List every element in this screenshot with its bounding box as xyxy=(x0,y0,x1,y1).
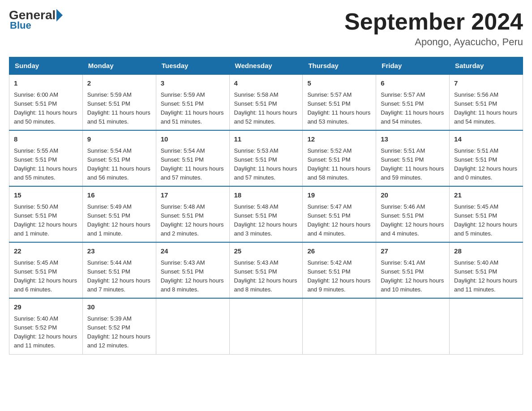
daylight-label: Daylight: 12 hours hours xyxy=(234,277,297,284)
day-info: Sunrise: 5:57 AM Sunset: 5:51 PM Dayligh… xyxy=(307,90,371,127)
calendar-cell: 10 Sunrise: 5:54 AM Sunset: 5:51 PM Dayl… xyxy=(156,130,229,186)
day-info: Sunrise: 5:43 AM Sunset: 5:51 PM Dayligh… xyxy=(161,258,225,295)
daylight-continued: and 6 minutes. xyxy=(14,286,52,293)
sunrise-label: Sunrise: 5:45 AM xyxy=(454,203,498,210)
daylight-label: Daylight: 11 hours hours xyxy=(14,165,77,172)
calendar-cell: 19 Sunrise: 5:47 AM Sunset: 5:51 PM Dayl… xyxy=(303,186,376,242)
sunrise-label: Sunrise: 5:43 AM xyxy=(161,259,205,266)
sunset-label: Sunset: 5:51 PM xyxy=(454,212,497,219)
day-info: Sunrise: 5:51 AM Sunset: 5:51 PM Dayligh… xyxy=(381,146,445,183)
calendar-cell: 23 Sunrise: 5:44 AM Sunset: 5:51 PM Dayl… xyxy=(82,242,156,298)
sunset-label: Sunset: 5:51 PM xyxy=(454,268,497,275)
day-info: Sunrise: 5:45 AM Sunset: 5:51 PM Dayligh… xyxy=(14,258,78,295)
sunset-label: Sunset: 5:51 PM xyxy=(14,268,57,275)
daylight-continued: and 11 minutes. xyxy=(454,286,496,293)
calendar-week-row-4: 22 Sunrise: 5:45 AM Sunset: 5:51 PM Dayl… xyxy=(9,242,523,298)
day-number: 12 xyxy=(307,134,371,145)
daylight-label: Daylight: 11 hours hours xyxy=(234,165,297,172)
day-info: Sunrise: 5:59 AM Sunset: 5:51 PM Dayligh… xyxy=(161,90,225,127)
day-info: Sunrise: 5:51 AM Sunset: 5:51 PM Dayligh… xyxy=(454,146,518,183)
sunset-label: Sunset: 5:51 PM xyxy=(234,156,277,163)
month-year-title: September 2024 xyxy=(344,9,523,34)
sunrise-label: Sunrise: 5:52 AM xyxy=(307,147,352,154)
sunset-label: Sunset: 5:51 PM xyxy=(87,156,130,163)
day-number: 3 xyxy=(161,78,225,89)
daylight-continued: and 2 minutes. xyxy=(161,230,199,237)
calendar-cell: 15 Sunrise: 5:50 AM Sunset: 5:51 PM Dayl… xyxy=(9,186,83,242)
daylight-label: Daylight: 12 hours hours xyxy=(161,277,224,284)
day-number: 8 xyxy=(14,134,78,145)
daylight-continued: and 57 minutes. xyxy=(234,174,276,181)
sunset-label: Sunset: 5:52 PM xyxy=(14,324,57,331)
day-info: Sunrise: 5:55 AM Sunset: 5:51 PM Dayligh… xyxy=(14,146,78,183)
calendar-week-row-5: 29 Sunrise: 5:40 AM Sunset: 5:52 PM Dayl… xyxy=(9,298,523,354)
daylight-label: Daylight: 12 hours hours xyxy=(14,221,77,228)
sunrise-label: Sunrise: 5:58 AM xyxy=(234,91,279,98)
day-info: Sunrise: 5:48 AM Sunset: 5:51 PM Dayligh… xyxy=(234,202,298,239)
calendar-cell: 22 Sunrise: 5:45 AM Sunset: 5:51 PM Dayl… xyxy=(9,242,83,298)
sunrise-label: Sunrise: 5:49 AM xyxy=(87,203,132,210)
sunset-label: Sunset: 5:51 PM xyxy=(454,100,497,107)
daylight-label: Daylight: 11 hours hours xyxy=(87,109,150,116)
daylight-label: Daylight: 12 hours hours xyxy=(14,333,77,340)
sunrise-label: Sunrise: 5:48 AM xyxy=(234,203,279,210)
daylight-continued: and 53 minutes. xyxy=(307,118,349,125)
calendar-cell: 26 Sunrise: 5:42 AM Sunset: 5:51 PM Dayl… xyxy=(303,242,376,298)
day-number: 7 xyxy=(454,78,518,89)
day-number: 24 xyxy=(161,246,225,257)
daylight-continued: and 10 minutes. xyxy=(381,286,422,293)
daylight-label: Daylight: 12 hours hours xyxy=(381,277,444,284)
daylight-continued: and 54 minutes. xyxy=(454,118,496,125)
calendar-cell: 21 Sunrise: 5:45 AM Sunset: 5:51 PM Dayl… xyxy=(450,186,523,242)
daylight-label: Daylight: 11 hours hours xyxy=(381,165,444,172)
daylight-continued: and 8 minutes. xyxy=(161,286,199,293)
day-number: 10 xyxy=(161,134,225,145)
sunset-label: Sunset: 5:51 PM xyxy=(14,212,57,219)
calendar-cell: 3 Sunrise: 5:59 AM Sunset: 5:51 PM Dayli… xyxy=(156,74,229,130)
sunset-label: Sunset: 5:51 PM xyxy=(14,156,57,163)
day-info: Sunrise: 5:39 AM Sunset: 5:52 PM Dayligh… xyxy=(87,314,151,351)
calendar-cell: 11 Sunrise: 5:53 AM Sunset: 5:51 PM Dayl… xyxy=(229,130,303,186)
day-number: 22 xyxy=(14,246,78,257)
sunrise-label: Sunrise: 5:47 AM xyxy=(307,203,352,210)
sunrise-label: Sunrise: 5:56 AM xyxy=(454,91,498,98)
sunset-label: Sunset: 5:51 PM xyxy=(161,100,204,107)
day-number: 25 xyxy=(234,246,298,257)
col-friday: Friday xyxy=(376,57,450,75)
daylight-label: Daylight: 11 hours hours xyxy=(454,109,517,116)
daylight-continued: and 11 minutes. xyxy=(14,342,56,349)
day-number: 27 xyxy=(381,246,445,257)
daylight-label: Daylight: 12 hours hours xyxy=(87,277,150,284)
title-section: September 2024 Apongo, Ayacucho, Peru xyxy=(344,9,523,48)
day-info: Sunrise: 5:43 AM Sunset: 5:51 PM Dayligh… xyxy=(234,258,298,295)
day-info: Sunrise: 5:46 AM Sunset: 5:51 PM Dayligh… xyxy=(381,202,445,239)
calendar-week-row-1: 1 Sunrise: 6:00 AM Sunset: 5:51 PM Dayli… xyxy=(9,74,523,130)
sunrise-label: Sunrise: 5:59 AM xyxy=(161,91,205,98)
sunset-label: Sunset: 5:52 PM xyxy=(87,324,130,331)
sunset-label: Sunset: 5:51 PM xyxy=(161,212,204,219)
daylight-continued: and 1 minute. xyxy=(87,230,123,237)
col-tuesday: Tuesday xyxy=(156,57,229,75)
calendar-cell xyxy=(376,298,450,354)
calendar-cell: 29 Sunrise: 5:40 AM Sunset: 5:52 PM Dayl… xyxy=(9,298,83,354)
day-info: Sunrise: 5:50 AM Sunset: 5:51 PM Dayligh… xyxy=(14,202,78,239)
daylight-continued: and 8 minutes. xyxy=(234,286,272,293)
calendar-cell xyxy=(450,298,523,354)
day-info: Sunrise: 5:40 AM Sunset: 5:52 PM Dayligh… xyxy=(14,314,78,351)
day-info: Sunrise: 5:57 AM Sunset: 5:51 PM Dayligh… xyxy=(381,90,445,127)
sunrise-label: Sunrise: 5:57 AM xyxy=(307,91,352,98)
sunset-label: Sunset: 5:51 PM xyxy=(381,212,424,219)
col-monday: Monday xyxy=(82,57,156,75)
day-info: Sunrise: 5:53 AM Sunset: 5:51 PM Dayligh… xyxy=(234,146,298,183)
sunset-label: Sunset: 5:51 PM xyxy=(381,100,424,107)
sunrise-label: Sunrise: 5:40 AM xyxy=(454,259,498,266)
sunrise-label: Sunrise: 5:39 AM xyxy=(87,315,132,322)
sunrise-label: Sunrise: 6:00 AM xyxy=(14,91,58,98)
daylight-label: Daylight: 12 hours hours xyxy=(381,221,444,228)
col-saturday: Saturday xyxy=(450,57,523,75)
calendar-cell: 16 Sunrise: 5:49 AM Sunset: 5:51 PM Dayl… xyxy=(82,186,156,242)
day-info: Sunrise: 5:49 AM Sunset: 5:51 PM Dayligh… xyxy=(87,202,151,239)
sunrise-label: Sunrise: 5:51 AM xyxy=(381,147,425,154)
day-info: Sunrise: 5:56 AM Sunset: 5:51 PM Dayligh… xyxy=(454,90,518,127)
daylight-label: Daylight: 11 hours hours xyxy=(307,165,370,172)
